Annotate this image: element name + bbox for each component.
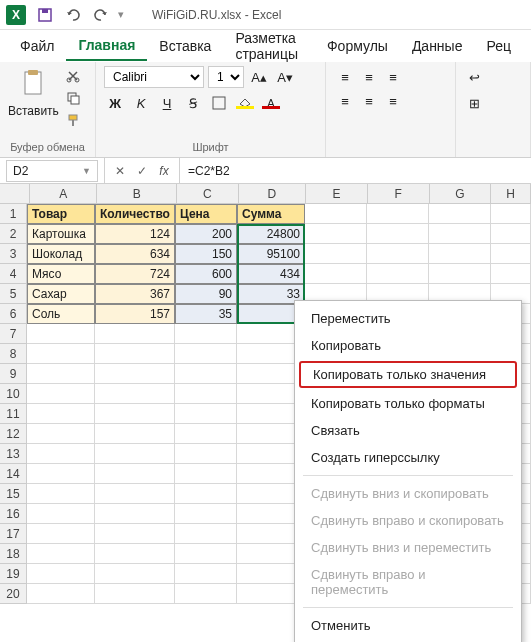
cell[interactable] xyxy=(27,444,95,464)
cell[interactable] xyxy=(95,464,175,484)
cell[interactable] xyxy=(95,524,175,544)
cell[interactable] xyxy=(27,484,95,504)
redo-icon[interactable] xyxy=(90,4,112,26)
align-middle-icon[interactable]: ≡ xyxy=(358,66,380,88)
cell[interactable]: 724 xyxy=(95,264,175,284)
cell[interactable] xyxy=(305,244,367,264)
font-size-select[interactable]: 11 xyxy=(208,66,244,88)
font-name-select[interactable]: Calibri xyxy=(104,66,204,88)
cell[interactable] xyxy=(95,384,175,404)
cell[interactable] xyxy=(175,544,237,564)
row-header[interactable]: 7 xyxy=(0,324,27,344)
cell[interactable]: 124 xyxy=(95,224,175,244)
row-header[interactable]: 18 xyxy=(0,544,27,564)
cell[interactable] xyxy=(27,504,95,524)
row-header[interactable]: 14 xyxy=(0,464,27,484)
name-box[interactable]: D2 ▼ xyxy=(6,160,98,182)
cell[interactable] xyxy=(305,204,367,224)
fx-icon[interactable]: fx xyxy=(155,162,173,180)
cell[interactable] xyxy=(95,444,175,464)
cell[interactable] xyxy=(95,424,175,444)
cell[interactable]: 24800 xyxy=(237,224,305,244)
cell[interactable] xyxy=(175,444,237,464)
cell[interactable] xyxy=(429,204,491,224)
cell[interactable]: 90 xyxy=(175,284,237,304)
cell[interactable]: 157 xyxy=(95,304,175,324)
cell[interactable] xyxy=(27,544,95,564)
underline-button[interactable]: Ч xyxy=(156,92,178,114)
col-header[interactable]: B xyxy=(97,184,177,204)
copy-icon[interactable] xyxy=(63,88,83,108)
cell[interactable] xyxy=(175,364,237,384)
cell[interactable] xyxy=(491,244,531,264)
tab-data[interactable]: Данные xyxy=(400,32,475,60)
decrease-font-icon[interactable]: A▾ xyxy=(274,66,296,88)
cell[interactable]: 35 xyxy=(175,304,237,324)
cell[interactable]: 150 xyxy=(175,244,237,264)
select-all-corner[interactable] xyxy=(0,184,30,204)
cell[interactable]: 600 xyxy=(175,264,237,284)
cell[interactable] xyxy=(175,484,237,504)
undo-icon[interactable] xyxy=(62,4,84,26)
tab-formulas[interactable]: Формулы xyxy=(315,32,400,60)
paste-label[interactable]: Вставить xyxy=(8,104,59,118)
cell[interactable]: Количество xyxy=(95,204,175,224)
formula-input[interactable]: =C2*B2 xyxy=(180,164,531,178)
cell[interactable] xyxy=(175,504,237,524)
format-painter-icon[interactable] xyxy=(63,110,83,130)
fill-color-icon[interactable] xyxy=(234,92,256,114)
cell[interactable]: Шоколад xyxy=(27,244,95,264)
tab-review[interactable]: Рец xyxy=(474,32,523,60)
align-center-icon[interactable]: ≡ xyxy=(358,90,380,112)
cell[interactable] xyxy=(175,584,237,604)
cell[interactable]: 200 xyxy=(175,224,237,244)
cell[interactable] xyxy=(27,404,95,424)
cell[interactable] xyxy=(429,224,491,244)
chevron-down-icon[interactable]: ▼ xyxy=(82,166,91,176)
cut-icon[interactable] xyxy=(63,66,83,86)
qat-overflow-icon[interactable]: ▾ xyxy=(118,8,124,21)
row-header[interactable]: 1 xyxy=(0,204,27,224)
merge-cells-icon[interactable]: ⊞ xyxy=(464,92,485,114)
row-header[interactable]: 20 xyxy=(0,584,27,604)
cell[interactable] xyxy=(27,424,95,444)
row-header[interactable]: 13 xyxy=(0,444,27,464)
cell[interactable] xyxy=(175,424,237,444)
cell[interactable] xyxy=(175,404,237,424)
tab-file[interactable]: Файл xyxy=(8,32,66,60)
cell[interactable] xyxy=(175,524,237,544)
cell[interactable] xyxy=(367,224,429,244)
ctx-move[interactable]: Переместить xyxy=(295,305,521,332)
cell[interactable] xyxy=(95,544,175,564)
col-header[interactable]: A xyxy=(30,184,98,204)
ctx-cancel[interactable]: Отменить xyxy=(295,612,521,639)
ctx-copy-formats[interactable]: Копировать только форматы xyxy=(295,390,521,417)
cell[interactable]: 434 xyxy=(237,264,305,284)
cell[interactable] xyxy=(95,504,175,524)
cell[interactable] xyxy=(95,584,175,604)
wrap-text-icon[interactable]: ↩ xyxy=(464,66,485,88)
col-header[interactable]: E xyxy=(306,184,368,204)
row-header[interactable]: 10 xyxy=(0,384,27,404)
cell[interactable] xyxy=(367,264,429,284)
cell[interactable] xyxy=(27,584,95,604)
strike-button[interactable]: Ꞩ xyxy=(182,92,204,114)
row-header[interactable]: 2 xyxy=(0,224,27,244)
row-header[interactable]: 9 xyxy=(0,364,27,384)
cell[interactable] xyxy=(27,564,95,584)
accept-formula-icon[interactable]: ✓ xyxy=(133,162,151,180)
cell[interactable] xyxy=(95,404,175,424)
tab-insert[interactable]: Вставка xyxy=(147,32,223,60)
cell[interactable]: Товар xyxy=(27,204,95,224)
ctx-hyperlink[interactable]: Создать гиперссылку xyxy=(295,444,521,471)
cell[interactable] xyxy=(95,564,175,584)
cell[interactable] xyxy=(367,244,429,264)
cell[interactable] xyxy=(175,464,237,484)
col-header[interactable]: G xyxy=(430,184,492,204)
align-top-icon[interactable]: ≡ xyxy=(334,66,356,88)
cell[interactable] xyxy=(175,384,237,404)
col-header[interactable]: H xyxy=(491,184,531,204)
cell[interactable] xyxy=(305,264,367,284)
col-header[interactable]: C xyxy=(177,184,239,204)
row-header[interactable]: 16 xyxy=(0,504,27,524)
